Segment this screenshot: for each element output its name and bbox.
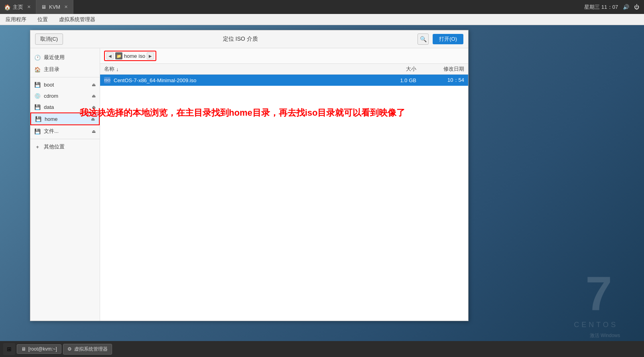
col-size-label: 大小 [392,65,424,73]
col-sort-arrow: ↓ [116,66,119,72]
kvm-tab-close[interactable]: ✕ [63,4,69,10]
other-icon: + [34,144,41,150]
kvm-tab-icon: 🖥 [40,4,47,10]
sidebar-item-recent[interactable]: 🕐 最近使用 [30,51,100,63]
terminal-icon: 🖥 [21,346,26,352]
taskbar-virt-manager[interactable]: ⚙ 虚拟系统管理器 [63,344,112,355]
annotation-overlay: 我这块选择的本地浏览，在主目录找到home目录，再去找iso目录就可以看到映像了 [80,107,405,119]
table-row[interactable]: ISO CentOS-7-x86_64-Minimal-2009.iso 1.0… [100,75,468,86]
sidebar-cdrom-label: cdrom [44,93,58,99]
sidebar: 🕐 最近使用 🏠 主目录 💾 boot ⏏ 💿 cd [30,48,100,321]
cdrom-icon: 💿 [34,93,41,99]
sidebar-data-label: data [44,104,54,110]
win7-number: 7 [585,269,612,317]
taskbar-terminal[interactable]: 🖥 [root@kvm:~] [17,344,61,354]
cdrom-eject-icon[interactable]: ⏏ [92,93,96,99]
menu-virt-manager[interactable]: 虚拟系统管理器 [57,15,98,24]
menu-apps[interactable]: 应用程序 [3,15,29,24]
cancel-button[interactable]: 取消(C) [35,34,63,45]
homedir-icon: 🏠 [34,66,41,73]
file-date-value: 10：54 [424,77,464,84]
sidebar-divider-1 [30,77,100,77]
main-content: ◀ 📁 home iso ▶ 名称 ↓ 大小 [100,48,468,321]
dialog-header: 取消(C) 定位 ISO 介质 🔍 打开(O) [30,30,468,48]
start-button[interactable]: ⊞ [3,343,15,355]
boot-icon: 💾 [34,81,41,88]
files-icon: 💾 [34,128,41,134]
col-date-label: 修改日期 [424,65,464,73]
top-taskbar: 主页 ✕ 🖥 KVM ✕ 星期三 11：07 🔊 ⏻ [0,0,644,14]
data-icon: 💾 [34,104,41,110]
tab-kvm[interactable]: 🖥 KVM ✕ [36,0,73,14]
file-iso-icon: ISO [104,77,110,83]
bottom-taskbar: ⊞ 🖥 [root@kvm:~] ⚙ 虚拟系统管理器 [0,341,644,357]
home-tab-close[interactable]: ✕ [26,4,32,10]
recent-icon: 🕐 [34,54,41,61]
open-button[interactable]: 打开(O) [433,34,463,44]
system-tray: 星期三 11：07 🔊 ⏻ [584,4,644,11]
breadcrumb-home[interactable]: home [124,53,137,59]
sidebar-files-label: 文件... [44,128,59,135]
sidebar-item-other[interactable]: + 其他位置 [30,141,100,153]
sidebar-divider-2 [30,139,100,139]
volume-icon[interactable]: 🔊 [623,4,629,10]
sidebar-item-cdrom[interactable]: 💿 cdrom ⏏ [30,90,100,101]
search-button[interactable]: 🔍 [418,34,429,45]
column-headers: 名称 ↓ 大小 修改日期 [100,64,468,75]
virt-manager-icon: ⚙ [67,346,72,352]
nav-back-arrow[interactable]: ◀ [106,52,114,59]
tab-home[interactable]: 主页 ✕ [0,0,36,14]
sidebar-homedir-label: 主目录 [44,66,59,73]
sidebar-item-homedir[interactable]: 🏠 主目录 [30,63,100,75]
win7-activate: 激活 Windows [590,332,620,339]
menu-location[interactable]: 位置 [35,15,50,24]
kvm-tab-label: KVM [49,4,60,10]
virt-manager-label: 虚拟系统管理器 [74,346,108,353]
breadcrumb-bar: ◀ 📁 home iso ▶ [100,48,468,64]
clock: 星期三 11：07 [584,4,618,11]
sidebar-boot-label: boot [44,82,54,88]
sidebar-item-boot[interactable]: 💾 boot ⏏ [30,79,100,90]
file-size-value: 1.0 GB [392,77,424,83]
dialog-title: 定位 ISO 介质 [67,36,414,43]
home-icon: 💾 [35,116,41,122]
sidebar-home-label: home [45,116,58,122]
file-dialog: 取消(C) 定位 ISO 介质 🔍 打开(O) 🕐 最近使用 🏠 主目录 [30,30,469,321]
dialog-body: 🕐 最近使用 🏠 主目录 💾 boot ⏏ 💿 cd [30,48,468,321]
menubar: 应用程序 位置 虚拟系统管理器 [0,14,644,25]
col-name-label: 名称 [104,65,114,73]
home-tab-icon [4,4,10,10]
breadcrumb-iso[interactable]: iso [139,53,146,59]
sidebar-other-label: 其他位置 [44,143,65,150]
breadcrumb-folder-icon: 📁 [115,52,122,59]
sidebar-item-files[interactable]: 💾 文件... ⏏ [30,125,100,137]
desktop: 7 CENTOS 激活 Windows 主页 ✕ 🖥 KVM ✕ 星期三 11：… [0,0,644,357]
sidebar-recent-label: 最近使用 [44,54,65,61]
file-name-text: CentOS-7-x86_64-Minimal-2009.iso [114,77,196,83]
terminal-label: [root@kvm:~] [28,346,57,352]
home-tab-label: 主页 [13,4,23,11]
win7-brand: CENTOS [574,321,618,329]
breadcrumb-nav: ◀ 📁 home iso ▶ [104,51,156,61]
search-icon: 🔍 [420,36,427,42]
files-eject-icon[interactable]: ⏏ [92,129,96,134]
nav-forward-arrow[interactable]: ▶ [147,52,154,59]
boot-eject-icon[interactable]: ⏏ [92,82,96,87]
power-icon[interactable]: ⏻ [634,4,639,10]
